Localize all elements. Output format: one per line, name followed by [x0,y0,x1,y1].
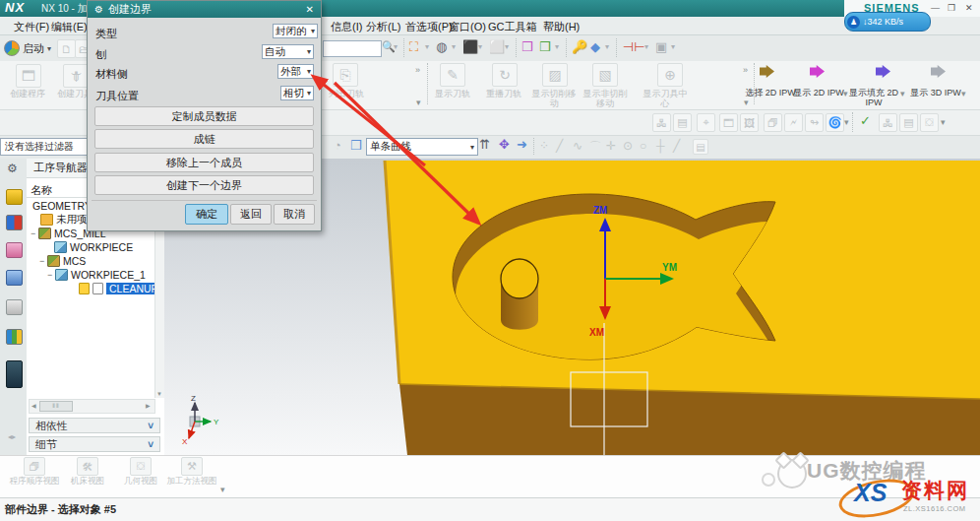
collapse-icon[interactable]: − [39,256,47,266]
start-menu-button[interactable]: 启动 ▾ [4,38,51,58]
show-assembly-icon[interactable] [539,40,551,53]
tree-item-workpiece-1[interactable]: − WORKPIECE_1 [47,268,146,281]
show-cutting-moves-label[interactable]: 显示切削移动 [531,89,577,109]
menu-help[interactable]: 帮助(H) [543,20,580,34]
horizontal-scroll-thumb[interactable]: ⦀⦀ [39,401,73,412]
collapse-icon[interactable]: − [47,270,55,280]
create-program-label[interactable]: 创建程序 [6,89,49,98]
toolbar-icon[interactable] [784,113,803,132]
tree-item-workpiece[interactable]: WORKPIECE [54,240,133,253]
box-dropdown-icon[interactable] [671,43,675,51]
scroll-left-icon[interactable]: ◀ [31,402,36,409]
ipw-dropdown-icon[interactable]: ▾ [961,89,966,98]
verify-icon[interactable] [860,114,871,127]
machining-method-view-button[interactable]: ⚒ 加工方法视图 [165,457,218,495]
create-program-icon[interactable] [16,64,41,88]
follow-fillet-icon[interactable] [499,138,510,151]
dependencies-section[interactable]: 相依性 ˅ [29,418,160,433]
menu-information[interactable]: 信息(I) [331,20,362,34]
hd3d-tools-icon[interactable] [6,299,23,315]
show-2d-ipw-label[interactable]: 显示 2D IPW [793,88,844,98]
toolbar-icon[interactable] [920,113,939,132]
selection-filter-combo[interactable]: 没有选择过滤器 [0,138,91,156]
bounding-box-icon[interactable] [655,40,667,53]
replay-toolpath-label[interactable]: 重播刀轨 [482,89,525,98]
view-bar-expand-icon[interactable]: ▾ [220,485,225,494]
snap-quadrant-icon[interactable] [656,139,665,153]
restore-button[interactable]: ❐ [948,3,955,13]
list-toolpath-label[interactable]: 列出刀轨 [325,89,368,98]
plane-dropdown[interactable]: 自动 [262,44,314,59]
toolbar-expand-icon[interactable]: ▾ [941,117,946,127]
history-palette-icon[interactable] [6,360,23,388]
measure-dropdown-icon[interactable] [644,43,648,51]
show-filled-2d-ipw-label[interactable]: 显示填充 2D IPW [848,88,899,108]
menu-preferences[interactable]: 首选项(P) [405,20,453,34]
assembly-navigator-icon[interactable] [6,189,23,205]
close-button[interactable]: ✕ [965,3,973,13]
navigator-gear-icon[interactable] [7,163,18,174]
fit-dropdown-icon[interactable] [425,43,429,51]
chevron-down-icon[interactable]: ˅ [148,421,153,431]
path-direction-icon[interactable] [517,138,527,151]
shaded-view-icon[interactable] [436,40,447,53]
cancel-button[interactable]: 取消 [274,204,315,225]
blue-diamond-tool-icon[interactable] [590,40,600,53]
material-side-dropdown[interactable]: 外部 [277,64,314,79]
search-dropdown-icon[interactable] [394,43,398,51]
snap-midpoint-icon[interactable] [606,139,616,153]
key-tool-icon[interactable] [572,40,587,53]
web-browser-icon[interactable] [6,329,23,345]
show-toolpath-label[interactable]: 显示刀轨 [431,89,474,98]
shaded-dropdown-icon[interactable] [452,43,456,51]
toolbar-icon[interactable] [673,113,692,132]
menu-gc-toolbox[interactable]: GC工具箱 [488,20,537,34]
snap-center-icon[interactable] [623,139,633,153]
machine-tool-view-button[interactable]: 🛠 机床视图 [61,457,114,495]
window-dropdown-icon[interactable] [505,43,509,51]
command-search-input[interactable] [323,40,382,57]
curve-rule-combo[interactable]: 单条曲线 [366,138,478,156]
tree-item-geometry[interactable]: GEOMETRY [32,199,92,212]
part-navigator-icon[interactable] [6,242,23,258]
snap-curve-icon[interactable] [573,139,582,153]
dialog-close-icon[interactable]: ✕ [306,4,314,15]
show-workpiece-icon[interactable] [521,40,533,53]
show-3d-ipw-label[interactable]: 显示 3D IPW [910,88,961,98]
show-tool-center-icon[interactable] [657,63,683,87]
toolbar-expand-icon[interactable]: ▾ [844,117,849,127]
show-cutting-moves-icon[interactable] [542,63,568,87]
group-overflow-icon[interactable]: » [743,65,748,75]
snap-tangent-icon[interactable] [673,139,680,153]
snap-arc-icon[interactable] [589,139,601,156]
list-toolpath-icon[interactable] [333,63,358,87]
toolbar-icon[interactable] [719,113,738,132]
type-dropdown[interactable]: 封闭的 [273,24,318,38]
snap-point-icon[interactable] [539,139,549,153]
toolbar-icon[interactable] [826,113,844,132]
stop-at-intersection-icon[interactable] [479,138,490,151]
group-expand-icon[interactable]: ▾ [744,98,749,107]
navigator-column-header[interactable]: 名称 [31,183,52,198]
tool-position-dropdown[interactable]: 相切 [280,86,314,100]
details-section[interactable]: 细节 ˅ [29,436,160,452]
show-toolpath-icon[interactable] [440,63,465,87]
snap-circle-icon[interactable] [640,139,646,153]
toolbar-icon[interactable] [652,113,671,132]
scroll-right-icon[interactable]: ▶ [146,402,151,409]
constraint-navigator-icon[interactable] [6,215,23,230]
chevron-down-icon[interactable]: ˅ [148,439,153,450]
menu-analysis[interactable]: 分析(L) [366,20,400,34]
resource-bar-arrows-icon[interactable] [8,433,16,441]
collapse-icon[interactable]: − [31,228,38,238]
ok-button[interactable]: 确定 [185,204,228,225]
window-icon[interactable] [489,40,505,53]
minimize-button[interactable]: — [931,3,940,13]
toolbar-icon[interactable] [740,113,759,132]
ipw-dropdown-icon[interactable]: ▾ [843,89,848,98]
show-noncutting-moves-icon[interactable] [592,63,618,87]
solid-body-filter-icon[interactable] [350,139,362,152]
measure-icon[interactable] [623,40,645,53]
program-order-view-button[interactable]: 🗇 程序顺序视图 [8,457,61,495]
snap-sphere-icon[interactable] [334,139,341,152]
